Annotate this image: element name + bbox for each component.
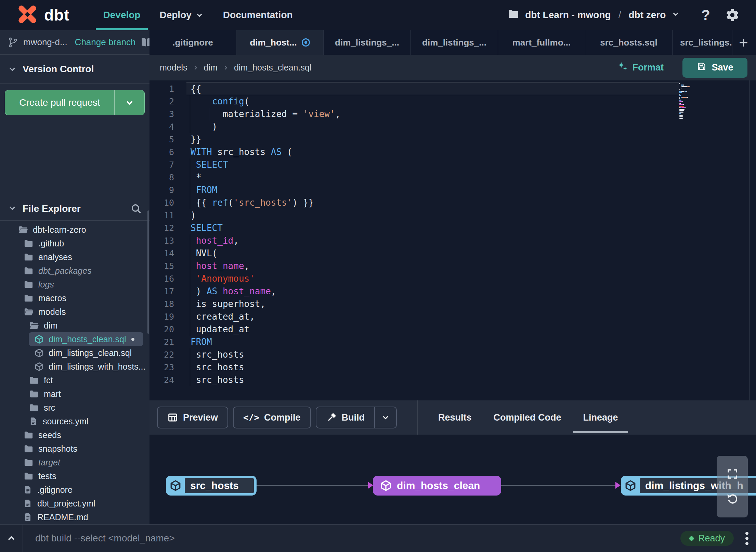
editor-tab-src-listings-[interactable]: src_listings. <box>673 30 732 55</box>
chevron-down-icon <box>671 10 680 21</box>
dbt-logo[interactable]: dbt <box>0 0 70 30</box>
version-control-header[interactable]: Version Control <box>0 55 149 84</box>
kebab-menu-icon[interactable] <box>745 532 748 545</box>
code-token: ( <box>244 96 250 106</box>
editor-tab-label: dim_listings_... <box>335 37 399 48</box>
tree-item-tests[interactable]: tests <box>0 469 149 483</box>
editor-tab-dim-listings-[interactable]: dim_listings_... <box>324 30 411 55</box>
settings-gear-icon[interactable] <box>725 8 740 22</box>
code-line: src_hosts <box>186 348 679 361</box>
panel-tab-compiled-code[interactable]: Compiled Code <box>494 400 561 435</box>
create-pull-request-label[interactable]: Create pull request <box>5 90 114 115</box>
tree-item-label: dim_listings_clean.sql <box>49 348 132 358</box>
project-switcher[interactable]: dbt Learn - mwong / dbt zero <box>507 8 680 23</box>
help-button[interactable]: ? <box>701 7 710 23</box>
tree-item-dim[interactable]: dim <box>0 319 149 332</box>
tree-item--gitignore[interactable]: .gitignore <box>0 483 149 497</box>
save-button[interactable]: Save <box>682 58 747 78</box>
panel-tab-results[interactable]: Results <box>438 400 472 435</box>
model-cube-icon <box>34 334 44 344</box>
build-button[interactable]: Build <box>316 407 397 428</box>
tree-item-target[interactable]: target <box>0 455 149 469</box>
panel-tab-lineage[interactable]: Lineage <box>583 400 618 435</box>
minimap-token <box>679 115 683 116</box>
build-dropdown-chevron[interactable] <box>374 407 396 428</box>
sidebar-scrollbar[interactable] <box>147 210 149 334</box>
tree-item-logs[interactable]: logs <box>0 278 149 291</box>
tree-item-macros[interactable]: macros <box>0 291 149 305</box>
editor-scrollbar-track[interactable] <box>749 80 750 400</box>
format-button[interactable]: Format <box>617 61 664 74</box>
minimap-token <box>679 101 682 102</box>
editor-minimap[interactable] <box>679 83 720 119</box>
line-number: 20 <box>149 323 174 336</box>
fullscreen-icon[interactable] <box>726 468 739 480</box>
chevron-up-icon[interactable] <box>0 525 23 552</box>
tree-item-label: sources.yml <box>43 416 88 426</box>
tree-item-dim-listings-clean-sql[interactable]: dim_listings_clean.sql <box>0 346 149 360</box>
editor-tab--gitignore[interactable]: .gitignore <box>149 30 236 55</box>
pull-request-dropdown[interactable] <box>114 90 144 115</box>
action-button-label: Preview <box>183 412 218 423</box>
tree-item-mart[interactable]: mart <box>0 387 149 401</box>
tree-item-dim-listings-with-hosts-[interactable]: dim_listings_with_hosts... <box>0 360 149 373</box>
lineage-node-src-hosts[interactable]: src_hosts <box>166 476 257 496</box>
search-icon[interactable] <box>130 203 142 215</box>
editor-tab-dim-listings-[interactable]: dim_listings_... <box>411 30 498 55</box>
nav-item-deploy[interactable]: Deploy <box>150 0 213 30</box>
tree-item-sources-yml[interactable]: sources.yml <box>0 414 149 428</box>
minimap-token <box>686 91 687 92</box>
tree-item-analyses[interactable]: analyses <box>0 250 149 264</box>
minimap-token <box>679 110 684 111</box>
folder-icon <box>23 293 34 304</box>
minimap-token <box>683 104 684 105</box>
create-pull-request-button[interactable]: Create pull request <box>5 90 145 115</box>
editor-tab-src-hosts-sql[interactable]: src_hosts.sql <box>585 30 673 55</box>
nav-item-develop[interactable]: Develop <box>94 0 150 30</box>
code-line: is_superhost, <box>186 298 679 310</box>
compile-button-main[interactable]: </>Compile <box>234 412 310 423</box>
panel-divider <box>417 400 418 435</box>
tree-item-readme-md[interactable]: README.md <box>0 510 149 524</box>
refresh-icon[interactable] <box>726 492 739 505</box>
compile-button[interactable]: </>Compile <box>233 407 311 428</box>
preview-button[interactable]: Preview <box>157 407 228 428</box>
minimap-token <box>679 89 680 90</box>
minimap-token <box>679 116 683 117</box>
line-number: 13 <box>149 234 174 247</box>
tree-item-seeds[interactable]: seeds <box>0 428 149 442</box>
tree-item-models[interactable]: models <box>0 305 149 319</box>
change-branch-link[interactable]: Change branch <box>75 37 136 48</box>
code-line: SELECT <box>186 222 679 234</box>
model-cube-icon <box>34 348 44 358</box>
dbt-logo-icon <box>15 2 39 28</box>
code-editor[interactable]: 123456789101112131415161718192021222324 … <box>149 80 756 400</box>
tree-item-dim-hosts-clean-sql[interactable]: dim_hosts_clean.sql <box>29 332 143 346</box>
editor-column: .gitignoredim_host...dim_listings_...dim… <box>149 30 756 524</box>
build-button-main[interactable]: Build <box>316 412 375 423</box>
new-tab-button[interactable]: + <box>732 30 755 55</box>
tree-item-dbt-learn-zero[interactable]: dbt-learn-zero <box>0 223 149 236</box>
tree-item-fct[interactable]: fct <box>0 373 149 387</box>
tree-item-snapshots[interactable]: snapshots <box>0 442 149 455</box>
tree-item-src[interactable]: src <box>0 401 149 414</box>
tree-item-dbt-project-yml[interactable]: dbt_project.yml <box>0 497 149 510</box>
indent-guide <box>190 120 190 133</box>
command-input[interactable]: dbt build --select <model_name> <box>35 533 680 544</box>
tree-item--github[interactable]: .github <box>0 236 149 250</box>
folder-icon <box>23 471 34 482</box>
code-line: host_name, <box>186 260 679 272</box>
preview-button-main[interactable]: Preview <box>158 412 227 423</box>
editor-tab-dim-host-[interactable]: dim_host... <box>236 30 324 55</box>
line-number: 14 <box>149 247 174 260</box>
minimap-token <box>679 104 683 105</box>
editor-tab-mart-fullmo-[interactable]: mart_fullmo... <box>498 30 585 55</box>
nav-item-documentation[interactable]: Documentation <box>213 0 302 30</box>
tree-item-dbt-packages[interactable]: dbt_packages <box>0 264 149 278</box>
code-token: }} <box>191 134 201 144</box>
code-token: {{ <box>191 84 201 94</box>
code-line: created_at, <box>186 310 679 323</box>
file-explorer-header[interactable]: File Explorer <box>0 197 149 221</box>
lineage-node-dim-hosts-clean[interactable]: dim_hosts_clean <box>373 476 501 496</box>
editor-tab-label: dim_listings_... <box>422 37 486 48</box>
